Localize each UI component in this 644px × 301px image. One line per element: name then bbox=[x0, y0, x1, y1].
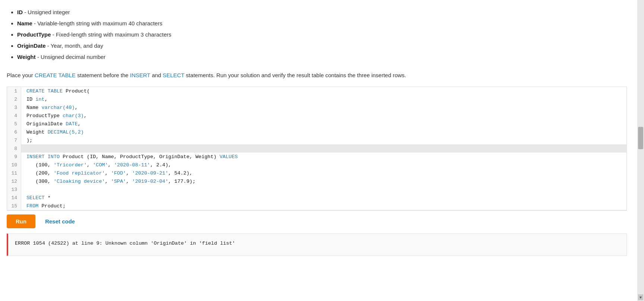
list-item: Weight - Unsigned decimal number bbox=[17, 51, 627, 63]
line-num-9: 9 bbox=[7, 153, 21, 161]
scrollbar-down-arrow[interactable]: ▼ bbox=[638, 294, 643, 300]
code-content-4[interactable]: ProductType char(3), bbox=[21, 112, 626, 120]
code-content-9[interactable]: INSERT INTO Product (ID, Name, ProductTy… bbox=[21, 153, 626, 161]
keyword-create: CREATE TABLE bbox=[35, 72, 76, 78]
field-list: ID - Unsigned integer Name - Variable-le… bbox=[7, 7, 627, 63]
code-line-1: 1 CREATE TABLE Product( bbox=[7, 87, 626, 95]
line-num-5: 5 bbox=[7, 120, 21, 128]
code-content-1[interactable]: CREATE TABLE Product( bbox=[21, 87, 626, 95]
code-line-11: 11 (200, 'Food replicator', 'FOD', '2020… bbox=[7, 169, 626, 177]
code-content-2[interactable]: ID int, bbox=[21, 95, 626, 103]
line-num-13: 13 bbox=[7, 185, 21, 194]
code-content-7[interactable]: ); bbox=[21, 136, 626, 144]
line-num-8: 8 bbox=[7, 144, 21, 153]
code-content-8[interactable] bbox=[21, 144, 626, 153]
code-content-15[interactable]: FROM Product; bbox=[21, 202, 626, 210]
list-item: Name - Variable-length string with maxim… bbox=[17, 18, 627, 29]
code-line-7: 7 ); bbox=[7, 136, 626, 144]
line-num-12: 12 bbox=[7, 177, 21, 185]
list-item: ID - Unsigned integer bbox=[17, 7, 627, 18]
code-line-9: 9 INSERT INTO Product (ID, Name, Product… bbox=[7, 153, 626, 161]
code-line-15: 15 FROM Product; bbox=[7, 202, 626, 210]
code-content-13[interactable] bbox=[21, 185, 626, 194]
code-content-12[interactable]: (300, 'Cloaking device', 'SPA', '2019-02… bbox=[21, 177, 626, 185]
run-button[interactable]: Run bbox=[7, 214, 35, 228]
code-line-12: 12 (300, 'Cloaking device', 'SPA', '2019… bbox=[7, 177, 626, 185]
keyword-select: SELECT bbox=[163, 72, 184, 78]
buttons-row: Run Reset code bbox=[7, 210, 627, 232]
code-line-6: 6 Weight DECIMAL(5,2) bbox=[7, 128, 626, 136]
line-num-2: 2 bbox=[7, 95, 21, 103]
error-output: ERROR 1054 (42S22) at line 9: Unknown co… bbox=[7, 233, 627, 256]
code-line-5: 5 OriginalDate DATE, bbox=[7, 120, 626, 128]
line-num-11: 11 bbox=[7, 169, 21, 177]
main-content: ID - Unsigned integer Name - Variable-le… bbox=[0, 0, 637, 301]
code-content-3[interactable]: Name varchar(40), bbox=[21, 103, 626, 112]
code-content-14[interactable]: SELECT * bbox=[21, 194, 626, 202]
code-content-10[interactable]: (100, 'Tricorder', 'COM', '2020-08-11', … bbox=[21, 161, 626, 169]
line-num-1: 1 bbox=[7, 87, 21, 95]
code-editor[interactable]: 1 CREATE TABLE Product( 2 ID int, 3 Name… bbox=[7, 87, 627, 210]
keyword-insert: INSERT bbox=[130, 72, 150, 78]
line-num-4: 4 bbox=[7, 112, 21, 120]
scrollbar-thumb[interactable] bbox=[638, 127, 643, 149]
code-content-5[interactable]: OriginalDate DATE, bbox=[21, 120, 626, 128]
page-container: ID - Unsigned integer Name - Variable-le… bbox=[0, 0, 644, 301]
code-line-13: 13 bbox=[7, 185, 626, 194]
code-line-2: 2 ID int, bbox=[7, 95, 626, 103]
code-line-14: 14 SELECT * bbox=[7, 194, 626, 202]
instruction-paragraph: Place your CREATE TABLE statement before… bbox=[7, 71, 627, 80]
line-num-7: 7 bbox=[7, 136, 21, 144]
line-num-15: 15 bbox=[7, 202, 21, 210]
code-line-10: 10 (100, 'Tricorder', 'COM', '2020-08-11… bbox=[7, 161, 626, 169]
code-content-11[interactable]: (200, 'Food replicator', 'FOD', '2020-09… bbox=[21, 169, 626, 177]
error-text: ERROR 1054 (42S22) at line 9: Unknown co… bbox=[15, 241, 235, 246]
code-line-3: 3 Name varchar(40), bbox=[7, 103, 626, 112]
reset-code-button[interactable]: Reset code bbox=[44, 214, 76, 228]
line-num-3: 3 bbox=[7, 103, 21, 112]
code-line-4: 4 ProductType char(3), bbox=[7, 112, 626, 120]
code-content-6[interactable]: Weight DECIMAL(5,2) bbox=[21, 128, 626, 136]
line-num-10: 10 bbox=[7, 161, 21, 169]
list-item: OriginDate - Year, month, and day bbox=[17, 40, 627, 51]
line-num-6: 6 bbox=[7, 128, 21, 136]
code-line-8: 8 bbox=[7, 144, 626, 153]
list-item: ProductType - Fixed-length string with m… bbox=[17, 29, 627, 40]
line-num-14: 14 bbox=[7, 194, 21, 202]
scrollbar[interactable]: ▼ bbox=[637, 0, 644, 301]
